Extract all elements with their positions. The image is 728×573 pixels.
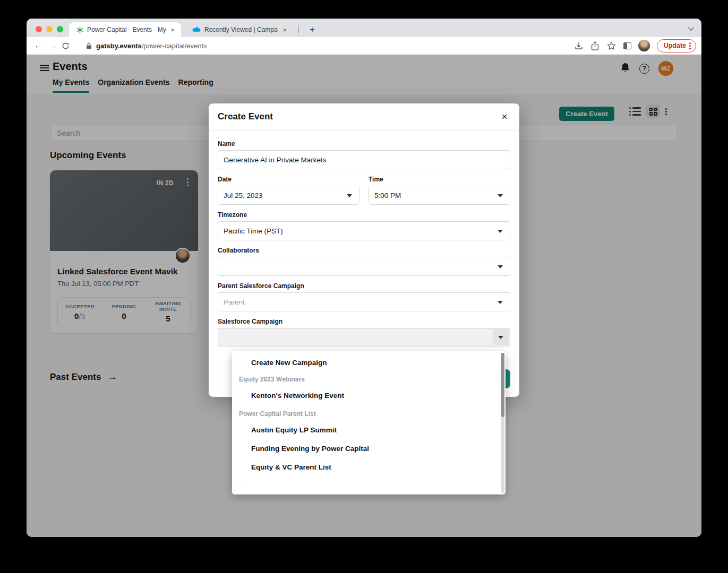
dropdown-option[interactable]: Funding Evening by Power Capital bbox=[232, 439, 506, 458]
parent-campaign-select[interactable]: Parent bbox=[218, 292, 510, 311]
close-icon[interactable]: × bbox=[499, 111, 510, 123]
name-field[interactable]: Generative AI in Private Markets bbox=[218, 150, 510, 169]
window-controls[interactable] bbox=[36, 26, 63, 32]
share-icon[interactable] bbox=[590, 41, 600, 50]
dropdown-option[interactable]: Create New Campaign bbox=[232, 354, 506, 370]
tab-close-icon[interactable]: × bbox=[280, 25, 289, 34]
chevron-down-icon bbox=[498, 265, 503, 268]
tab-divider bbox=[298, 25, 299, 33]
update-label: Update bbox=[664, 42, 686, 49]
parent-campaign-label: Parent Salesforce Campaign bbox=[218, 282, 510, 290]
browser-toolbar: ← → gatsby.events/power-capital/events bbox=[27, 37, 701, 55]
modal-body: Name Generative AI in Private Markets Da… bbox=[218, 134, 510, 346]
modal-header: Create Event × bbox=[209, 103, 519, 131]
url-domain: gatsby.events bbox=[96, 42, 142, 50]
side-panel-icon[interactable] bbox=[623, 42, 631, 49]
dropdown-option[interactable]: Austin Equity LP Summit bbox=[232, 421, 506, 439]
tab-recently-viewed-campaigns[interactable]: Recently Viewed | Campaigns | × bbox=[186, 22, 293, 37]
lock-icon bbox=[86, 42, 92, 49]
url-path: /power-capital/events bbox=[142, 42, 207, 50]
dropdown-group-label: Equity 2023 Webinars bbox=[232, 372, 506, 386]
chevron-down-icon bbox=[347, 194, 352, 197]
browser-tabstrip: Power Capital - Events - My Ev × Recentl… bbox=[27, 19, 701, 37]
browser-profile-avatar[interactable] bbox=[638, 40, 650, 51]
close-window-button[interactable] bbox=[36, 26, 42, 32]
chevron-down-icon bbox=[498, 230, 503, 233]
dropdown-option[interactable]: Kenton's Networking Event bbox=[232, 386, 506, 405]
collaborators-label: Collaborators bbox=[218, 247, 510, 254]
name-label: Name bbox=[218, 140, 510, 147]
date-label: Date bbox=[218, 176, 359, 183]
modal-title: Create Event bbox=[218, 111, 273, 122]
timezone-select[interactable]: Pacific Time (PST) bbox=[218, 221, 510, 240]
tab-power-capital-events[interactable]: Power Capital - Events - My Ev × bbox=[69, 22, 181, 37]
collaborators-select[interactable] bbox=[218, 257, 510, 276]
dropdown-option[interactable]: Equity & VC Parent List bbox=[232, 458, 506, 476]
maximize-window-button[interactable] bbox=[57, 26, 63, 32]
time-select[interactable]: 5:00 PM bbox=[369, 186, 510, 205]
forward-button[interactable]: → bbox=[46, 41, 61, 50]
tab-close-icon[interactable]: × bbox=[168, 25, 177, 34]
minimize-window-button[interactable] bbox=[46, 26, 53, 32]
salesforce-campaign-dropdown: Create New CampaignEquity 2023 WebinarsK… bbox=[232, 351, 506, 494]
bookmark-star-icon[interactable] bbox=[607, 41, 616, 50]
date-select[interactable]: Jul 25, 2023 bbox=[218, 186, 359, 205]
timezone-label: Timezone bbox=[218, 211, 510, 219]
tab-search-chevron-icon[interactable] bbox=[688, 24, 693, 30]
chevron-down-icon bbox=[493, 329, 509, 345]
dropdown-group-label: Power Capital Parent List bbox=[232, 407, 506, 421]
dropdown-footer: - bbox=[232, 476, 506, 489]
browser-menu-icon[interactable] bbox=[689, 42, 691, 49]
salesforce-campaign-select[interactable] bbox=[218, 328, 510, 346]
back-button[interactable]: ← bbox=[31, 41, 46, 50]
download-icon[interactable] bbox=[574, 41, 584, 50]
campaign-label: Salesforce Campaign bbox=[218, 318, 510, 325]
time-label: Time bbox=[369, 176, 510, 183]
asterisk-favicon-icon bbox=[76, 27, 83, 33]
screen: Power Capital - Events - My Ev × Recentl… bbox=[0, 0, 728, 573]
salesforce-cloud-favicon-icon bbox=[192, 27, 201, 33]
tab-title: Recently Viewed | Campaigns | bbox=[204, 26, 278, 33]
dropdown-scrollbar-thumb[interactable] bbox=[501, 353, 504, 417]
chevron-down-icon bbox=[498, 301, 503, 304]
chevron-down-icon bbox=[498, 194, 503, 197]
reload-button[interactable] bbox=[61, 41, 70, 50]
url-bar[interactable]: gatsby.events/power-capital/events bbox=[96, 42, 207, 50]
chrome-update-button[interactable]: Update bbox=[657, 39, 696, 53]
tab-title: Power Capital - Events - My Ev bbox=[87, 26, 166, 33]
new-tab-button[interactable]: + bbox=[306, 23, 319, 36]
